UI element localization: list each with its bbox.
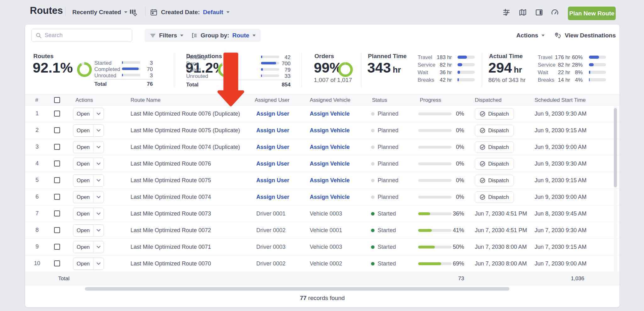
table-row: 5OpenLast Mile Optimized Route 0075Assig… [25, 172, 619, 189]
col-assigned-user[interactable]: Assigned User [255, 97, 290, 103]
columns-settings-icon[interactable] [128, 8, 138, 17]
assign-user-link[interactable]: Assign User [256, 161, 289, 167]
open-button[interactable]: Open [73, 125, 93, 136]
group-by-button[interactable]: Group by: Route [186, 29, 261, 42]
row-number: 7 [32, 210, 42, 217]
open-dropdown-button[interactable] [93, 175, 103, 186]
open-dropdown-button[interactable] [93, 108, 103, 120]
col-route-name[interactable]: Route Name [130, 97, 160, 103]
dispatch-label: Dispatch [488, 128, 509, 134]
open-button[interactable]: Open [73, 175, 93, 186]
status-dot [371, 262, 375, 265]
row-number: 4 [32, 160, 42, 167]
select-all-checkbox[interactable] [54, 97, 60, 103]
scheduled-start-time: Jun 9, 2030 9:30 AM [535, 161, 586, 167]
stat-row-pct: 60% [570, 54, 583, 61]
route-name[interactable]: Last Mile Optimized Route 0074 (Duplicat… [130, 144, 240, 150]
vertical-scrollbar[interactable] [614, 108, 617, 187]
col-status[interactable]: Status [372, 97, 387, 103]
row-checkbox[interactable] [54, 177, 60, 183]
assign-user-link[interactable]: Assign User [256, 111, 289, 117]
search-input[interactable] [45, 32, 123, 39]
map-icon[interactable] [518, 8, 527, 17]
speedometer-icon[interactable] [550, 8, 559, 17]
route-name[interactable]: Last Mile Optimized Route 0073 [130, 210, 211, 217]
chevron-down-icon [97, 128, 101, 132]
open-button[interactable]: Open [73, 108, 93, 120]
row-checkbox[interactable] [54, 210, 60, 216]
view-destinations-button[interactable]: View Destinations [554, 29, 616, 42]
route-name[interactable]: Last Mile Optimized Route 0076 (Duplicat… [130, 111, 240, 117]
route-name[interactable]: Last Mile Optimized Route 0071 [130, 244, 211, 250]
route-name[interactable]: Last Mile Optimized Route 0072 [130, 227, 211, 234]
row-checkbox[interactable] [54, 194, 60, 200]
status-cell: Started [371, 260, 396, 267]
dispatch-button[interactable]: Dispatch [475, 125, 514, 136]
col-progress[interactable]: Progress [420, 97, 441, 103]
open-dropdown-button[interactable] [93, 225, 103, 236]
assign-vehicle-link[interactable]: Assign Vehicle [310, 194, 350, 200]
open-dropdown-button[interactable] [93, 141, 103, 153]
open-button[interactable]: Open [73, 191, 93, 203]
open-dropdown-button[interactable] [93, 125, 103, 136]
open-button[interactable]: Open [73, 141, 93, 153]
dispatch-button[interactable]: Dispatch [475, 141, 514, 153]
plan-new-route-button[interactable]: Plan New Route [568, 7, 616, 20]
dispatch-button[interactable]: Dispatch [475, 191, 514, 203]
route-name[interactable]: Last Mile Optimized Route 0075 [130, 177, 211, 184]
row-checkbox[interactable] [54, 161, 60, 166]
open-button[interactable]: Open [73, 258, 93, 270]
route-name[interactable]: Last Mile Optimized Route 0074 [130, 194, 211, 200]
col-actions[interactable]: Actions [75, 97, 93, 103]
col-assigned-vehicle[interactable]: Assigned Vehicle [310, 97, 350, 103]
horizontal-scrollbar[interactable] [85, 287, 509, 291]
open-dropdown-button[interactable] [93, 158, 103, 170]
side-panel-icon[interactable] [534, 8, 544, 17]
divider [145, 7, 146, 16]
open-button[interactable]: Open [73, 225, 93, 236]
row-checkbox[interactable] [54, 111, 60, 117]
open-dropdown-button[interactable] [93, 258, 103, 270]
settings-sliders-icon[interactable] [502, 8, 511, 17]
table-row: 1OpenLast Mile Optimized Route 0076 (Dup… [25, 106, 619, 122]
records-found: 77 records found [25, 295, 619, 302]
open-button[interactable]: Open [73, 241, 93, 253]
progress-bar [418, 262, 452, 265]
assign-vehicle-link[interactable]: Assign Vehicle [310, 161, 350, 167]
col-scheduled-start[interactable]: Scheduled Start Time [535, 97, 586, 103]
row-checkbox[interactable] [54, 260, 60, 266]
assign-user-link[interactable]: Assign User [256, 194, 289, 200]
assign-vehicle-link[interactable]: Assign Vehicle [310, 144, 350, 150]
open-button[interactable]: Open [73, 208, 93, 220]
col-dispatched[interactable]: Dispatched [475, 97, 502, 103]
stat-row-label: Travel [538, 54, 552, 61]
row-checkbox[interactable] [54, 244, 60, 250]
assign-user-link[interactable]: Assign User [256, 127, 289, 134]
actions-dropdown[interactable]: Actions [516, 29, 545, 42]
filters-button[interactable]: Filters [145, 29, 188, 42]
assign-vehicle-link[interactable]: Assign Vehicle [310, 127, 350, 134]
route-name[interactable]: Last Mile Optimized Route 0076 [130, 161, 211, 167]
assign-vehicle-link[interactable]: Assign Vehicle [310, 111, 350, 117]
dispatch-button[interactable]: Dispatch [475, 175, 514, 186]
assign-user-link[interactable]: Assign User [256, 177, 289, 184]
open-dropdown-button[interactable] [93, 241, 103, 253]
row-checkbox[interactable] [54, 144, 60, 150]
status-cell: Planned [371, 177, 398, 184]
route-name[interactable]: Last Mile Optimized Route 0075 (Duplicat… [130, 127, 240, 134]
open-dropdown-button[interactable] [93, 191, 103, 203]
row-number: 2 [32, 127, 42, 134]
row-checkbox[interactable] [54, 227, 60, 233]
dispatch-button[interactable]: Dispatch [475, 158, 514, 170]
row-checkbox[interactable] [54, 127, 60, 133]
progress-value: 0% [449, 111, 464, 117]
assign-vehicle-link[interactable]: Assign Vehicle [310, 177, 350, 184]
open-button[interactable]: Open [73, 158, 93, 170]
sort-dropdown[interactable]: Recently Created [72, 7, 127, 18]
created-date-dropdown[interactable]: Created Date: Default [161, 7, 230, 18]
assign-user-link[interactable]: Assign User [256, 144, 289, 150]
dispatch-button[interactable]: Dispatch [475, 108, 514, 120]
route-name[interactable]: Last Mile Optimized Route 0070 [130, 260, 211, 267]
col-number[interactable]: # [35, 97, 38, 103]
open-dropdown-button[interactable] [93, 208, 103, 220]
